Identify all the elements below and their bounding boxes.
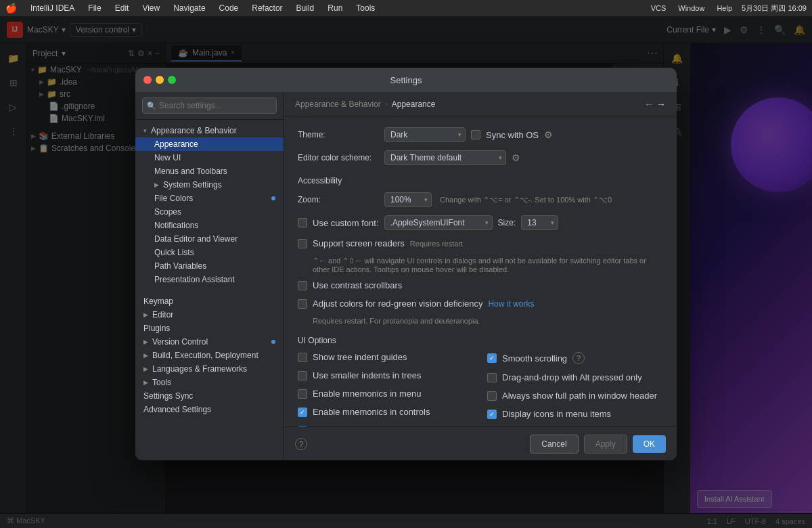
smaller-indents-row: Use smaller indents in trees xyxy=(298,370,474,380)
breadcrumb-current: Appearance xyxy=(392,100,436,109)
display-icons-checkbox-input[interactable] xyxy=(487,410,497,419)
nav-item-notifications[interactable]: Notifications xyxy=(135,219,284,232)
menu-run[interactable]: Run xyxy=(325,2,345,14)
full-path-checkbox-input[interactable] xyxy=(487,391,497,401)
custom-font-checkbox-input[interactable] xyxy=(298,218,307,227)
menu-help[interactable]: Help xyxy=(714,3,735,14)
menu-view[interactable]: View xyxy=(139,2,162,14)
nav-item-appearance[interactable]: Appearance xyxy=(135,137,284,151)
window-maximize-button[interactable] xyxy=(168,76,176,84)
screen-readers-checkbox-input[interactable] xyxy=(298,239,307,248)
nav-item-languages-frameworks[interactable]: ▶ Languages & Frameworks xyxy=(135,362,284,376)
adjust-colors-checkbox-input[interactable] xyxy=(298,299,307,309)
menu-refactor[interactable]: Refactor xyxy=(249,2,285,14)
sync-os-gear-icon[interactable]: ⚙ xyxy=(544,129,553,140)
nav-item-system-settings[interactable]: ▶ System Settings xyxy=(135,178,284,192)
sync-os-label: Sync with OS xyxy=(486,130,539,140)
custom-font-checkbox[interactable]: Use custom font: xyxy=(298,218,379,228)
ok-button[interactable]: OK xyxy=(633,435,666,453)
font-select[interactable]: .AppleSystemUIFont xyxy=(384,215,493,230)
contrast-scrollbars-checkbox[interactable]: Use contrast scrollbars xyxy=(298,280,402,290)
chevron-right-icon: ▶ xyxy=(154,181,159,188)
ui-options-right: Smooth scrolling ? Drag-and-drop with Al… xyxy=(487,352,663,426)
mnemonics-menu-checkbox-input[interactable] xyxy=(298,389,307,399)
apple-menu[interactable]: 🍎 xyxy=(5,3,17,14)
drag-drop-label: Drag-and-drop with Alt pressed only xyxy=(502,372,642,382)
nav-item-editor[interactable]: ▶ Editor xyxy=(135,308,284,322)
menu-edit[interactable]: Edit xyxy=(112,2,132,14)
editor-color-label: Editor color scheme: xyxy=(298,153,379,162)
smooth-scrolling-help-icon[interactable]: ? xyxy=(572,352,585,364)
drag-drop-checkbox-input[interactable] xyxy=(487,373,497,382)
nav-item-path-variables[interactable]: Path Variables xyxy=(135,259,284,273)
nav-item-new-ui[interactable]: New UI xyxy=(135,151,284,164)
smooth-scrolling-checkbox-input[interactable] xyxy=(487,353,497,363)
drag-drop-checkbox[interactable]: Drag-and-drop with Alt pressed only xyxy=(487,372,642,382)
menu-code[interactable]: Code xyxy=(217,2,242,14)
smooth-scrolling-checkbox[interactable]: Smooth scrolling xyxy=(487,353,567,364)
screen-readers-checkbox[interactable]: Support screen readers xyxy=(298,238,405,248)
window-close-button[interactable] xyxy=(143,76,152,84)
display-icons-label: Display icons in menu items xyxy=(502,409,611,419)
help-button[interactable]: ? xyxy=(295,438,307,450)
menu-window[interactable]: Window xyxy=(675,3,707,14)
editor-color-gear-icon[interactable]: ⚙ xyxy=(512,152,520,163)
mnemonics-menu-checkbox[interactable]: Enable mnemonics in menu xyxy=(298,389,421,399)
smooth-scrolling-label: Smooth scrolling xyxy=(502,353,567,364)
show-tree-indent-checkbox[interactable]: Show tree indent guides xyxy=(298,352,407,362)
back-arrow-icon[interactable]: ← xyxy=(644,99,654,110)
forward-arrow-icon[interactable]: → xyxy=(656,99,666,110)
sync-os-checkbox[interactable]: Sync with OS xyxy=(471,130,539,140)
nav-item-data-editor[interactable]: Data Editor and Viewer xyxy=(135,232,284,246)
settings-search-input[interactable] xyxy=(142,97,277,114)
settings-nav: ▾ Appearance & Behavior Appearance New U… xyxy=(135,120,284,460)
nav-item-menus-toolbars[interactable]: Menus and Toolbars xyxy=(135,164,284,178)
cancel-button[interactable]: Cancel xyxy=(530,435,578,454)
editor-color-select[interactable]: Dark Theme default xyxy=(384,150,506,165)
nav-item-appearance-behavior[interactable]: ▾ Appearance & Behavior xyxy=(135,124,284,137)
mnemonics-controls-checkbox-input[interactable] xyxy=(298,408,307,417)
menu-navigate[interactable]: Navigate xyxy=(171,2,208,14)
menu-vcs[interactable]: VCS xyxy=(648,3,669,14)
nav-item-keymap[interactable]: Keymap xyxy=(135,294,284,308)
font-size-label: Size: xyxy=(498,218,516,227)
adjust-colors-label: Adjust colors for red-green vision defic… xyxy=(313,299,482,309)
menu-intellij[interactable]: IntelliJ IDEA xyxy=(28,2,77,14)
nav-item-tools[interactable]: ▶ Tools xyxy=(135,376,284,389)
mnemonics-controls-checkbox[interactable]: Enable mnemonics in controls xyxy=(298,407,430,417)
mnemonics-controls-label: Enable mnemonics in controls xyxy=(313,407,430,417)
how-it-works-link[interactable]: How it works xyxy=(488,299,534,309)
nav-item-version-control[interactable]: ▶ Version Control xyxy=(135,335,284,349)
menu-build[interactable]: Build xyxy=(294,2,317,14)
smaller-indents-checkbox-input[interactable] xyxy=(298,371,307,380)
screen-readers-label: Support screen readers xyxy=(313,238,405,248)
smaller-indents-checkbox[interactable]: Use smaller indents in trees xyxy=(298,370,421,380)
zoom-select[interactable]: 100% xyxy=(384,192,432,207)
show-tree-indent-checkbox-input[interactable] xyxy=(298,353,307,362)
nav-label: Path Variables xyxy=(154,261,275,271)
window-minimize-button[interactable] xyxy=(156,76,164,84)
sync-os-checkbox-input[interactable] xyxy=(471,130,480,139)
adjust-colors-checkbox[interactable]: Adjust colors for red-green vision defic… xyxy=(298,299,482,309)
chevron-right-icon: ▶ xyxy=(143,379,148,386)
menu-tools[interactable]: Tools xyxy=(353,2,378,14)
nav-item-build-execution[interactable]: ▶ Build, Execution, Deployment xyxy=(135,349,284,362)
font-size-select[interactable]: 13 xyxy=(521,215,558,230)
contrast-scrollbars-checkbox-input[interactable] xyxy=(298,281,307,290)
theme-select[interactable]: Dark Light High Contrast xyxy=(384,127,466,142)
nav-item-file-colors[interactable]: File Colors xyxy=(135,192,284,205)
nav-label: Plugins xyxy=(143,324,275,333)
modal-overlay: Settings 🔍 ▾ Appearance & Behavior xyxy=(0,0,812,528)
nav-item-presentation-assistant[interactable]: Presentation Assistant xyxy=(135,273,284,286)
apply-button[interactable]: Apply xyxy=(584,435,627,454)
nav-item-quick-lists[interactable]: Quick Lists xyxy=(135,246,284,259)
chevron-right-icon: ▶ xyxy=(143,311,148,318)
nav-item-settings-sync[interactable]: Settings Sync xyxy=(135,389,284,403)
full-path-checkbox[interactable]: Always show full path in window header xyxy=(487,391,657,401)
display-icons-checkbox[interactable]: Display icons in menu items xyxy=(487,409,611,419)
menu-file[interactable]: File xyxy=(85,2,104,14)
nav-item-plugins[interactable]: Plugins xyxy=(135,322,284,335)
nav-item-advanced-settings[interactable]: Advanced Settings xyxy=(135,403,284,416)
nav-label: Appearance xyxy=(154,139,275,149)
nav-item-scopes[interactable]: Scopes xyxy=(135,205,284,219)
